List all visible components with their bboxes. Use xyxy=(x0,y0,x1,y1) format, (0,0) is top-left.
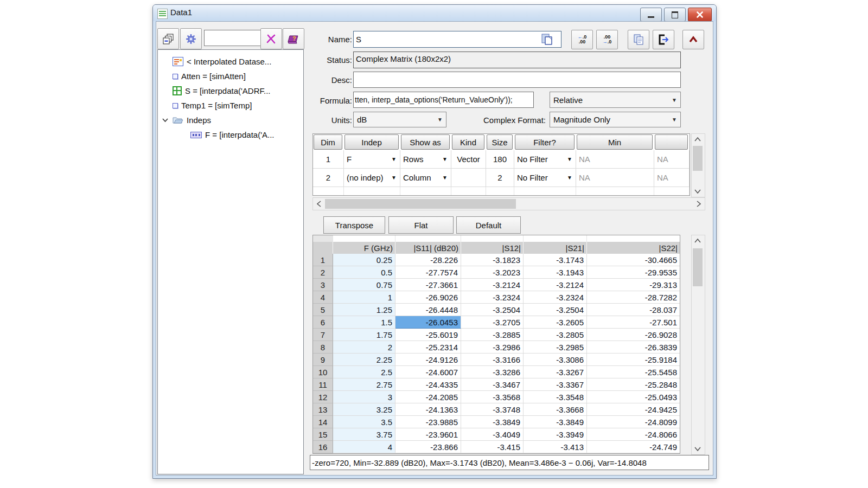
flat-button[interactable]: Flat xyxy=(388,216,454,234)
data-cell[interactable]: 2 xyxy=(333,341,395,354)
data-cell[interactable]: -28.226 xyxy=(395,254,461,266)
min-header[interactable]: Min xyxy=(577,134,653,150)
row-number[interactable]: 10 xyxy=(313,366,333,378)
data-cell[interactable]: -3.3286 xyxy=(461,366,524,378)
chevron-down-icon[interactable] xyxy=(161,116,169,124)
export-button[interactable] xyxy=(653,30,674,49)
collapse-panel-button[interactable] xyxy=(682,30,704,49)
data-cell[interactable]: -24.6007 xyxy=(395,366,461,378)
show-as-dropdown[interactable]: Column▼ xyxy=(400,169,451,187)
data-cell[interactable]: -3.2985 xyxy=(524,341,587,354)
desc-input[interactable] xyxy=(353,72,681,88)
row-number[interactable]: 7 xyxy=(313,329,333,341)
data-cell[interactable]: -3.2805 xyxy=(524,329,587,341)
scroll-down-icon[interactable] xyxy=(692,444,704,454)
data-cell[interactable]: -3.3367 xyxy=(524,378,587,391)
data-cell[interactable]: -25.9184 xyxy=(587,354,680,366)
data-cell[interactable]: -23.9885 xyxy=(395,416,461,428)
min-value[interactable]: NA xyxy=(576,169,654,187)
data-cell[interactable]: -26.9028 xyxy=(587,329,680,341)
data-cell[interactable]: -25.6019 xyxy=(395,329,461,341)
data-cell[interactable]: -3.3568 xyxy=(461,391,524,403)
increase-decimals-button[interactable]: .00→.0 xyxy=(596,30,618,49)
data-cell[interactable]: -3.2504 xyxy=(461,304,524,316)
corner-header[interactable] xyxy=(313,242,333,254)
data-cell[interactable]: -26.9026 xyxy=(395,291,461,304)
data-cell[interactable]: 0.75 xyxy=(333,279,395,291)
decrease-decimals-button[interactable]: ←.0.00 xyxy=(571,30,593,49)
next-value[interactable]: NA xyxy=(654,169,690,187)
scrollbar-thumb[interactable] xyxy=(693,248,703,286)
scrollbar-thumb[interactable] xyxy=(325,199,516,209)
data-cell[interactable]: -3.2504 xyxy=(524,304,587,316)
data-cell[interactable]: 1.25 xyxy=(333,304,395,316)
data-cell[interactable]: 4 xyxy=(333,441,395,453)
dim-grid-vertical-scrollbar[interactable] xyxy=(691,133,705,197)
data-cell[interactable]: -26.3839 xyxy=(587,341,680,354)
transpose-button[interactable]: Transpose xyxy=(323,216,385,234)
data-cell[interactable]: 3.25 xyxy=(333,403,395,416)
data-cell[interactable]: -29.313 xyxy=(587,279,680,291)
scroll-up-icon[interactable] xyxy=(692,235,704,246)
data-cell[interactable]: -3.2885 xyxy=(461,329,524,341)
data-cell[interactable]: -3.3086 xyxy=(524,354,587,366)
data-cell[interactable]: -3.3267 xyxy=(524,366,587,378)
data-cell[interactable]: -3.1943 xyxy=(524,266,587,279)
data-cell[interactable]: 2.5 xyxy=(333,366,395,378)
data-cell[interactable]: -24.4335 xyxy=(395,378,461,391)
scroll-left-icon[interactable] xyxy=(313,198,325,210)
data-cell[interactable]: -25.2314 xyxy=(395,341,461,354)
data-cell[interactable]: -3.2705 xyxy=(461,316,524,329)
units-dropdown[interactable]: dB ▼ xyxy=(353,112,446,127)
indep-dropdown[interactable]: F▼ xyxy=(344,150,400,169)
data-cell[interactable]: 2.75 xyxy=(333,378,395,391)
scroll-up-icon[interactable] xyxy=(692,134,704,145)
data-cell[interactable]: 3.5 xyxy=(333,416,395,428)
properties-button[interactable] xyxy=(180,28,202,49)
tree-item-interpolated-dataset[interactable]: < Interpolated Datase... xyxy=(158,54,303,69)
filter-dropdown[interactable]: No Filter▼ xyxy=(514,169,576,187)
data-cell[interactable]: -23.9601 xyxy=(395,428,461,441)
data-cell[interactable]: -25.2848 xyxy=(587,378,680,391)
tree-item-indeps[interactable]: Indeps xyxy=(158,113,303,127)
data-cell[interactable]: 0.25 xyxy=(333,254,395,266)
row-number[interactable]: 2 xyxy=(313,266,333,279)
row-number[interactable]: 4 xyxy=(313,291,333,304)
scroll-right-icon[interactable] xyxy=(693,198,705,210)
data-cell[interactable]: -24.8066 xyxy=(587,428,680,441)
formula-input[interactable] xyxy=(353,92,534,108)
row-number[interactable]: 16 xyxy=(313,441,333,453)
data-cell[interactable]: -25.0493 xyxy=(587,391,680,403)
size-header[interactable]: Size xyxy=(487,134,513,150)
data-cell[interactable]: -29.9535 xyxy=(587,266,680,279)
data-cell[interactable]: -30.4665 xyxy=(587,254,680,266)
dim-grid-horizontal-scrollbar[interactable] xyxy=(312,197,705,210)
tree-item-atten[interactable]: Atten = [simAtten] xyxy=(158,69,303,84)
row-number[interactable]: 13 xyxy=(313,403,333,416)
delete-button[interactable] xyxy=(260,28,282,49)
s22-header[interactable]: |S22| xyxy=(587,242,680,254)
indep-header[interactable]: Indep xyxy=(344,134,399,150)
data-cell[interactable]: -24.2085 xyxy=(395,391,461,403)
kind-header[interactable]: Kind xyxy=(452,134,484,150)
row-number[interactable]: 1 xyxy=(313,254,333,266)
next-value[interactable]: NA xyxy=(654,150,690,169)
data-cell[interactable]: -3.415 xyxy=(461,441,524,453)
data-grid-vertical-scrollbar[interactable] xyxy=(691,235,705,455)
data-cell[interactable]: -25.5458 xyxy=(587,366,680,378)
scrollbar-thumb[interactable] xyxy=(693,146,703,171)
filter-dropdown[interactable]: No Filter▼ xyxy=(514,150,576,169)
data-cell[interactable]: -24.9126 xyxy=(395,354,461,366)
data-cell[interactable]: -28.037 xyxy=(587,304,680,316)
data-cell[interactable]: -3.2124 xyxy=(524,279,587,291)
min-value[interactable]: NA xyxy=(576,150,654,169)
data-cell[interactable]: -24.8099 xyxy=(587,416,680,428)
data-cell[interactable]: 1.75 xyxy=(333,329,395,341)
cascade-windows-button[interactable] xyxy=(157,28,179,49)
row-number[interactable]: 12 xyxy=(313,391,333,403)
s11-header[interactable]: |S11| (dB20) xyxy=(395,242,461,254)
data-cell[interactable]: -3.3849 xyxy=(524,416,587,428)
titlebar[interactable]: Data1 xyxy=(153,5,716,21)
scroll-down-icon[interactable] xyxy=(692,186,704,197)
data-cell[interactable]: -3.4049 xyxy=(461,428,524,441)
